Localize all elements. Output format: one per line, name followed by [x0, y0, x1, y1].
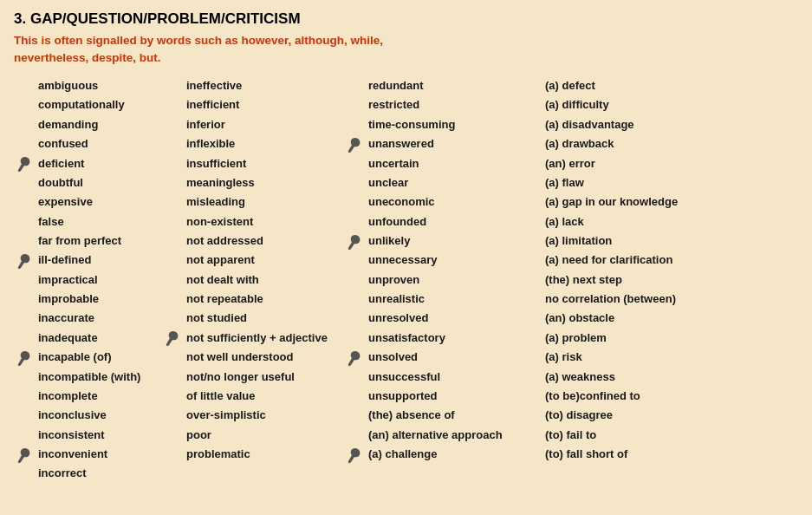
section-number: 3.: [14, 10, 26, 27]
word-item: confused: [38, 134, 183, 153]
word-item: not sufficiently + adjective: [186, 329, 365, 348]
word-item: unlikely: [368, 231, 538, 251]
page: 3. GAP/QUESTION/PROBLEM/CRITICISM This i…: [0, 0, 812, 515]
word-item: non-existent: [186, 212, 365, 231]
column-1: ambiguouscomputationally demandingconfus…: [14, 76, 183, 484]
word-item: not apparent: [186, 251, 365, 270]
word-item: ineffective: [186, 76, 365, 95]
word-item: improbable: [38, 290, 183, 309]
content: ambiguouscomputationally demandingconfus…: [14, 76, 798, 484]
word-item: redundant: [368, 76, 538, 95]
hook-icon: [346, 445, 363, 464]
word-item: restricted: [368, 95, 538, 114]
word-item: inconvenient: [38, 445, 183, 464]
word-item: doubtful: [38, 173, 183, 192]
word-item: (an) alternative approach: [368, 426, 538, 445]
word-item: unproven: [368, 271, 538, 290]
word-item: unclear: [368, 173, 538, 192]
column-2: ineffectiveinefficientinferiorinflexible…: [183, 76, 365, 484]
word-item: impractical: [38, 271, 183, 290]
svg-point-7: [348, 363, 350, 365]
word-item: (a) gap in our knowledge: [545, 192, 772, 212]
word-item: (an) obstacle: [545, 309, 772, 328]
word-item: uncertain: [368, 154, 538, 173]
word-item: (to) fall short of: [545, 445, 772, 464]
hook-icon: [16, 445, 33, 464]
word-item: not addressed: [186, 231, 365, 251]
subtext: This is often signalled by words such as…: [14, 32, 395, 66]
word-item: ambiguous: [38, 76, 183, 95]
svg-point-6: [348, 247, 350, 249]
word-item: (a) challenge: [368, 445, 538, 464]
word-item: insufficient: [186, 154, 365, 173]
word-item: inferior: [186, 115, 365, 134]
word-item: inadequate: [38, 329, 183, 348]
svg-point-3: [18, 460, 20, 462]
word-item: unnecessary: [368, 251, 538, 270]
hook-icon: [346, 134, 363, 153]
word-item: far from perfect: [38, 231, 183, 251]
word-item: over-simplistic: [186, 406, 365, 425]
word-item: inconclusive: [38, 406, 183, 425]
word-item: inaccurate: [38, 309, 183, 328]
word-item: unanswered: [368, 134, 538, 153]
word-item: deficient: [38, 154, 183, 173]
svg-point-8: [348, 460, 350, 462]
word-item: unsupported: [368, 387, 538, 406]
word-item: (a) weakness: [545, 368, 772, 387]
word-item: misleading: [186, 192, 365, 212]
word-item: incomplete: [38, 387, 183, 406]
word-item: (to) disagree: [545, 406, 772, 425]
word-item: unsuccessful: [368, 368, 538, 387]
word-item: incapable (of): [38, 348, 183, 367]
word-item: false: [38, 212, 183, 231]
word-item: (to be)confined to: [545, 387, 772, 406]
header-title: 3. GAP/QUESTION/PROBLEM/CRITICISM: [14, 10, 798, 28]
word-item: (a) lack: [545, 212, 772, 231]
word-item: (a) problem: [545, 329, 772, 348]
svg-point-0: [18, 169, 20, 171]
word-item: inconsistent: [38, 426, 183, 445]
word-item: poor: [186, 426, 365, 445]
word-item: ill-defined: [38, 251, 183, 270]
word-item: inefficient: [186, 95, 365, 114]
word-item: unresolved: [368, 309, 538, 328]
word-item: not/no longer useful: [186, 368, 365, 387]
word-item: unfounded: [368, 212, 538, 231]
word-item: (a) drawback: [545, 134, 772, 153]
word-item: (a) risk: [545, 348, 772, 367]
svg-point-1: [18, 266, 20, 268]
word-item: (to) fail to: [545, 426, 772, 445]
word-item: expensive: [38, 192, 183, 212]
word-item: (the) absence of: [368, 406, 538, 425]
word-item: computationally demanding: [38, 95, 183, 134]
word-item: incompatible (with): [38, 368, 183, 387]
word-item: uneconomic: [368, 192, 538, 212]
hook-icon: [346, 231, 363, 251]
word-item: (a) need for clarification: [545, 251, 772, 270]
word-item: unsolved: [368, 348, 538, 367]
word-item: (a) disadvantage: [545, 115, 772, 134]
word-item: not well understood: [186, 348, 365, 367]
word-item: (a) difficulty: [545, 95, 772, 114]
word-item: no correlation (between): [545, 290, 772, 309]
word-item: unrealistic: [368, 290, 538, 309]
word-item: (a) limitation: [545, 231, 772, 251]
word-item: time-consuming: [368, 115, 538, 134]
svg-point-2: [18, 363, 20, 365]
word-item: (the) next step: [545, 271, 772, 290]
column-3: redundantrestrictedtime-consuming unansw…: [365, 76, 538, 484]
word-item: meaningless: [186, 173, 365, 192]
word-item: not dealt with: [186, 271, 365, 290]
hook-icon: [16, 348, 33, 367]
word-item: of little value: [186, 387, 365, 406]
word-item: incorrect: [38, 464, 183, 483]
word-item: not studied: [186, 309, 365, 328]
word-item: (a) flaw: [545, 173, 772, 192]
hook-icon: [164, 329, 181, 348]
title-text: GAP/QUESTION/PROBLEM/CRITICISM: [26, 10, 300, 27]
word-item: inflexible: [186, 134, 365, 153]
hook-icon: [346, 348, 363, 367]
word-item: unsatisfactory: [368, 329, 538, 348]
word-item: problematic: [186, 445, 365, 464]
